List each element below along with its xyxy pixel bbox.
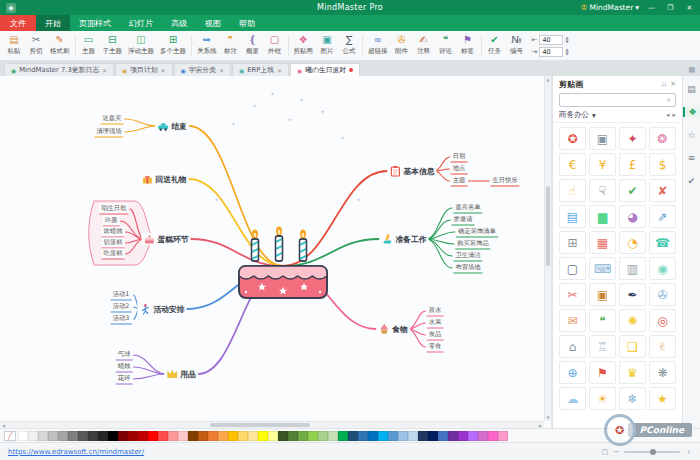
zoom-out-icon[interactable]: − (613, 448, 619, 456)
no-fill-swatch[interactable]: ╱ (4, 431, 16, 441)
spacing-spinner[interactable]: ⇥40▲▼ (532, 47, 569, 57)
mindmap-subtopic[interactable]: 清理现场 (94, 127, 123, 138)
dock-format-icon[interactable]: ▤ (683, 84, 700, 94)
color-swatch[interactable] (308, 431, 318, 441)
tab-close-icon[interactable]: ✕ (219, 67, 224, 74)
scroll-left-icon[interactable]: ◀ (2, 423, 5, 428)
color-swatch[interactable] (88, 431, 98, 441)
document-tab[interactable]: ◉项目计划✕ (115, 63, 172, 76)
clipart-category-selector[interactable]: 商务办公 ▾ ◂ ▸ (553, 108, 682, 123)
color-swatch[interactable] (368, 431, 378, 441)
paste-button[interactable]: ▤粘贴 (3, 32, 25, 59)
summary-button[interactable]: ❴概要 (242, 32, 264, 59)
mindmap-subtopic[interactable]: 吹蜡烛 (102, 227, 125, 238)
menu-item[interactable]: 帮助 (230, 15, 264, 31)
comment-button[interactable]: ❝评论 (435, 32, 457, 59)
clipart-wax-seal[interactable]: ✦ (619, 127, 646, 150)
color-swatch[interactable] (158, 431, 168, 441)
color-swatch[interactable] (248, 431, 258, 441)
color-swatch[interactable] (78, 431, 88, 441)
clipart-target[interactable]: ◎ (649, 309, 676, 332)
clipart-button[interactable]: ❖剪贴画 (291, 32, 317, 59)
mindmap-branch-preparation[interactable]: 准备工作 (379, 233, 428, 245)
color-swatch[interactable] (208, 431, 218, 441)
clipart-check-badge[interactable]: ✔ (619, 179, 646, 202)
color-swatch[interactable] (418, 431, 428, 441)
zoom-slider[interactable] (624, 451, 680, 453)
color-swatch[interactable] (268, 431, 278, 441)
panel-close-icon[interactable]: ✕ (670, 80, 676, 88)
color-swatch[interactable] (348, 431, 358, 441)
panel-toggle-icon[interactable]: ▤ (688, 66, 695, 74)
formula-button[interactable]: ∑公式 (338, 32, 360, 59)
mindmap-subtopic[interactable]: 活动3 (111, 314, 132, 325)
clipart-victory-hand[interactable]: ✌ (649, 335, 676, 358)
mindmap-subtopic[interactable]: 布置场地 (453, 263, 482, 274)
tag-button[interactable]: ⚑标签 (457, 32, 479, 59)
mindmap-branch-activities[interactable]: 活动安排 (137, 303, 186, 315)
mindmap-subtopic[interactable]: 主题 (451, 176, 468, 187)
clipart-thumbs-down[interactable]: ☟ (589, 179, 616, 202)
dock-clipart-icon[interactable]: ❖ (683, 107, 700, 117)
clipart-search-input[interactable] (560, 96, 667, 104)
color-swatch[interactable] (338, 431, 348, 441)
multiple-topics-button[interactable]: ⊞多个主题 (157, 32, 189, 59)
color-swatch[interactable] (398, 431, 408, 441)
mindmap-subtopic[interactable]: 卫生清洁 (453, 251, 482, 262)
mindmap-subtopic[interactable]: 日期 (451, 152, 468, 163)
color-swatch[interactable] (118, 431, 128, 441)
tab-close-icon[interactable]: ✕ (277, 67, 282, 74)
clipart-printer[interactable]: ▥ (619, 257, 646, 280)
clipart-pound-coin[interactable]: £ (619, 153, 646, 176)
color-swatch[interactable] (168, 431, 178, 441)
clipart-bank[interactable]: ♖ (589, 335, 616, 358)
mindmap-subtopic[interactable]: 茶水 (427, 306, 444, 317)
central-topic-cake[interactable] (236, 224, 330, 304)
clipart-envelope[interactable]: ✉ (559, 309, 586, 332)
account-menu[interactable]: ♔ MindMaster ▾ (580, 3, 639, 12)
file-menu-button[interactable]: 文件 (0, 15, 36, 31)
mindmap-branch-basic-info[interactable]: 基本信息 (387, 165, 436, 177)
subtopic-button[interactable]: ⊟子主题 (100, 32, 126, 59)
clipart-clock[interactable]: ◔ (619, 231, 646, 254)
relationship-button[interactable]: ➥关系线 (194, 32, 220, 59)
close-button[interactable]: ✕ (683, 4, 696, 12)
color-swatch[interactable] (288, 431, 298, 441)
clipart-gear[interactable]: ❋ (649, 361, 676, 384)
zoom-knob[interactable] (650, 449, 656, 455)
clipart-telephone[interactable]: ☎ (649, 231, 676, 254)
search-icon[interactable]: ⌕ (667, 95, 675, 105)
color-swatch[interactable] (48, 431, 58, 441)
note-button[interactable]: ✍注释 (413, 32, 435, 59)
mindmap-subtopic[interactable]: 蜡烛 (116, 362, 133, 373)
color-swatch[interactable] (58, 431, 68, 441)
color-swatch[interactable] (448, 431, 458, 441)
spacing-spinner[interactable]: ⇤40▲▼ (532, 35, 569, 45)
color-swatch[interactable] (98, 431, 108, 441)
menu-item[interactable]: 幻灯片 (120, 15, 162, 31)
mindmap-subtopic[interactable]: 水果 (427, 318, 444, 329)
color-swatch[interactable] (178, 431, 188, 441)
mindmap-subtopic[interactable]: 送嘉宾 (101, 114, 124, 125)
clipart-pen[interactable]: ✒ (619, 283, 646, 306)
mindmap-subtopic[interactable]: 活动1 (111, 290, 132, 301)
clipart-thumbs-up[interactable]: ☝ (559, 179, 586, 202)
clipart-chat-bubble[interactable]: ❝ (589, 309, 616, 332)
clipart-document[interactable]: ▤ (559, 205, 586, 228)
color-swatch[interactable] (388, 431, 398, 441)
mindmap-subtopic[interactable]: 购买装饰品 (455, 239, 490, 250)
mindmap-subtopic[interactable]: 嘉宾名单 (453, 203, 482, 214)
document-tab[interactable]: ◉曦の生日派对 (290, 63, 360, 76)
mindmap-branch-return-gifts[interactable]: 回送礼物 (139, 173, 188, 185)
color-swatch[interactable] (138, 431, 148, 441)
numbering-button[interactable]: №编号 (506, 32, 528, 59)
clipart-monitor[interactable]: ▢ (559, 257, 586, 280)
color-swatch[interactable] (68, 431, 78, 441)
canvas-horizontal-scrollbar[interactable]: ◀ ▶ (0, 421, 544, 428)
mindmap-branch-end[interactable]: 结束 (155, 120, 189, 132)
mindmap-subtopic[interactable]: 确定装饰清单 (456, 227, 498, 238)
color-swatch[interactable] (198, 431, 208, 441)
clipart-bar-chart[interactable]: ▆ (589, 205, 616, 228)
zoom-in-icon[interactable]: ＋ (685, 447, 692, 457)
color-swatch[interactable] (358, 431, 368, 441)
